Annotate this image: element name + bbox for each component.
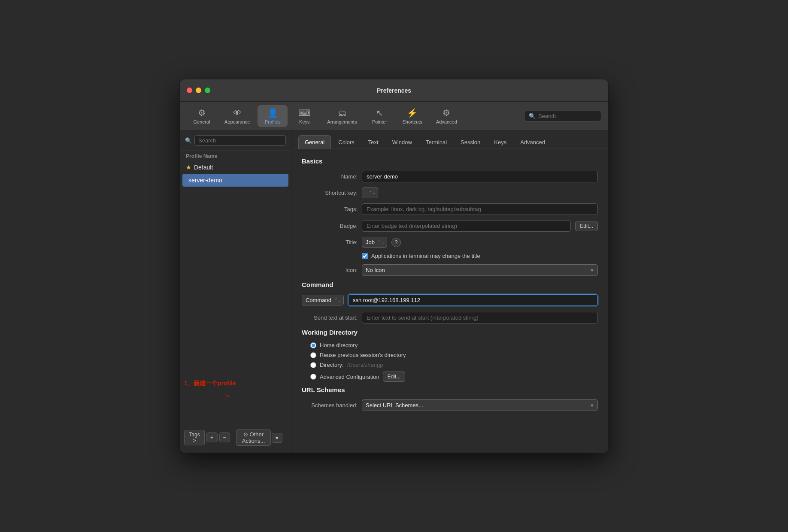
- url-label: Schemes handled:: [302, 402, 358, 408]
- icon-select-wrapper: No Icon: [362, 264, 598, 276]
- tab-colors[interactable]: Colors: [332, 135, 361, 149]
- toolbar-search-box[interactable]: 🔍: [524, 111, 601, 121]
- toolbar-profiles[interactable]: 👤 Profiles: [258, 105, 288, 127]
- add-profile-button[interactable]: +: [206, 432, 218, 442]
- toolbar-appearance[interactable]: 👁 Appearance: [218, 106, 256, 127]
- send-text-row: Send text at start:: [302, 312, 598, 323]
- toolbar-advanced[interactable]: ⚙ Advanced: [430, 105, 463, 127]
- toolbar-profiles-label: Profiles: [265, 119, 281, 124]
- pointer-icon: ↖: [376, 108, 383, 118]
- app-title-checkbox[interactable]: [362, 253, 368, 259]
- radio-advanced-config-label: Advanced Configuration: [320, 374, 379, 380]
- icon-select[interactable]: No Icon: [362, 264, 598, 276]
- toolbar-arrangements[interactable]: 🗂 Arrangements: [321, 106, 363, 127]
- radio-home-label: Home directory: [320, 342, 358, 348]
- command-type-select[interactable]: Command: [302, 295, 344, 305]
- url-section-title: URL Schemes: [302, 386, 598, 393]
- tab-general[interactable]: General: [298, 135, 331, 149]
- badge-edit-button[interactable]: Edit...: [575, 221, 598, 231]
- toolbar-pointer-label: Pointer: [372, 119, 387, 124]
- right-panel: General Colors Text Window Terminal Sess…: [291, 131, 608, 453]
- toolbar-appearance-label: Appearance: [224, 119, 250, 124]
- tab-keys[interactable]: Keys: [488, 135, 513, 149]
- advanced-config-edit-button[interactable]: Edit...: [383, 372, 406, 382]
- radio-directory-value: /Users/zhangp: [347, 362, 383, 368]
- tags-button[interactable]: Tags >: [184, 430, 205, 445]
- radio-reuse-label: Reuse previous session's directory: [320, 352, 406, 358]
- radio-directory-label: Directory:: [320, 362, 344, 368]
- sidebar: 🔍 Profile Name ★ Default server-demo 1、新…: [180, 131, 291, 453]
- tags-input[interactable]: [362, 203, 598, 215]
- lightning-icon: ⚡: [407, 108, 418, 118]
- command-section: Command Command: [302, 281, 598, 306]
- close-button[interactable]: [187, 88, 192, 93]
- sidebar-search-input[interactable]: [194, 135, 286, 146]
- basics-section-title: Basics: [302, 157, 598, 165]
- radio-reuse: Reuse previous session's directory: [310, 352, 598, 358]
- command-input[interactable]: [348, 294, 598, 306]
- sidebar-item-server-demo[interactable]: server-demo: [182, 174, 288, 187]
- radio-advanced-config-input[interactable]: [310, 374, 316, 380]
- shortcut-key-select[interactable]: [362, 187, 378, 198]
- remove-profile-button[interactable]: −: [219, 432, 230, 442]
- sidebar-list: ★ Default server-demo 1、新建一个profile →: [180, 161, 291, 422]
- shortcut-key-select-wrapper: [362, 187, 378, 198]
- toolbar-keys-label: Keys: [299, 119, 309, 124]
- tags-label: Tags:: [302, 206, 358, 212]
- toolbar-arrangements-label: Arrangements: [327, 119, 357, 124]
- send-text-label: Send text at start:: [302, 314, 358, 321]
- radio-reuse-input[interactable]: [310, 352, 316, 358]
- minimize-button[interactable]: [196, 88, 201, 93]
- tab-advanced[interactable]: Advanced: [514, 135, 552, 149]
- working-dir-title: Working Directory: [302, 329, 598, 336]
- badge-label: Badge:: [302, 223, 358, 229]
- preferences-window: Preferences ⚙ General 👁 Appearance 👤 Pro…: [179, 79, 609, 453]
- toolbar-keys[interactable]: ⌨ Keys: [289, 105, 319, 127]
- shortcut-key-row: Shortcut key:: [302, 187, 598, 198]
- name-row-container: 2、设置服务器名字 Name:: [302, 171, 598, 182]
- tab-window[interactable]: Window: [386, 135, 418, 149]
- person-icon: 👤: [267, 108, 278, 118]
- advanced-gear-icon: ⚙: [442, 108, 450, 118]
- title-select-wrapper: Job: [362, 237, 387, 248]
- icon-label: Icon:: [302, 267, 358, 273]
- tags-row: Tags:: [302, 203, 598, 215]
- tab-bar: General Colors Text Window Terminal Sess…: [291, 131, 608, 149]
- window-title: Preferences: [377, 87, 411, 94]
- shortcut-key-label: Shortcut key:: [302, 190, 358, 196]
- badge-input[interactable]: [362, 220, 571, 232]
- sidebar-item-default[interactable]: ★ Default: [180, 161, 291, 174]
- titlebar: Preferences: [180, 79, 608, 102]
- toolbar-general[interactable]: ⚙ General: [187, 105, 217, 127]
- star-icon: ★: [186, 164, 191, 171]
- sidebar-item-server-demo-label: server-demo: [188, 177, 222, 184]
- toolbar-shortcuts[interactable]: ⚡ Shortcuts: [396, 105, 428, 127]
- sidebar-search-row: 🔍: [180, 131, 291, 151]
- maximize-button[interactable]: [205, 88, 210, 93]
- tab-session[interactable]: Session: [454, 135, 487, 149]
- send-text-input[interactable]: [362, 312, 598, 323]
- radio-home: Home directory: [310, 342, 598, 348]
- title-help-button[interactable]: ?: [391, 238, 401, 247]
- toolbar-search-input[interactable]: [538, 113, 597, 119]
- other-actions-dropdown[interactable]: ▾: [272, 433, 282, 443]
- gear-icon: ⚙: [198, 108, 206, 118]
- app-title-checkbox-label: Applications in terminal may change the …: [371, 253, 480, 259]
- name-label: Name:: [302, 173, 358, 180]
- app-title-row: Applications in terminal may change the …: [362, 253, 598, 259]
- title-row: Title: Job ?: [302, 237, 598, 248]
- other-actions-button[interactable]: ⊙ Other Actions...: [236, 429, 271, 446]
- name-input[interactable]: [362, 171, 598, 182]
- sidebar-footer: Tags > + − ⊙ Other Actions... ▾: [180, 422, 291, 453]
- radio-directory-input[interactable]: [310, 362, 316, 368]
- command-section-title: Command: [302, 281, 598, 288]
- url-schemes-select[interactable]: Select URL Schemes...: [362, 399, 598, 411]
- sidebar-item-default-label: Default: [194, 164, 213, 171]
- title-select[interactable]: Job: [362, 237, 387, 248]
- arrangements-icon: 🗂: [338, 108, 346, 118]
- tab-text[interactable]: Text: [362, 135, 385, 149]
- sidebar-list-header: Profile Name: [180, 151, 291, 161]
- radio-home-input[interactable]: [310, 342, 316, 348]
- tab-terminal[interactable]: Terminal: [419, 135, 453, 149]
- toolbar-pointer[interactable]: ↖ Pointer: [364, 105, 394, 127]
